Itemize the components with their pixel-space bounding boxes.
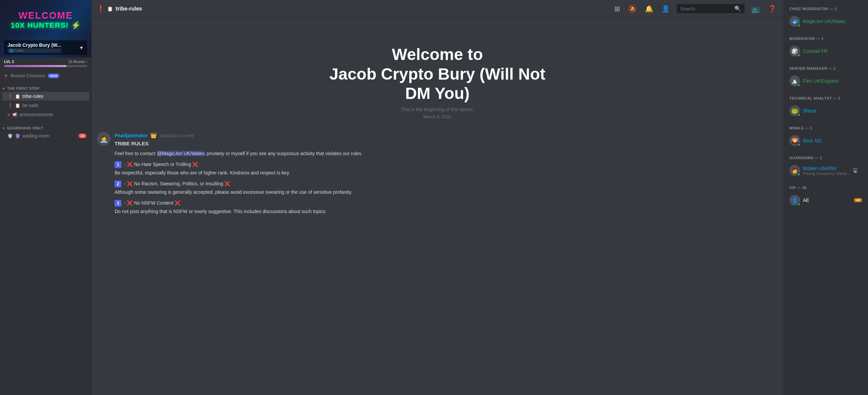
member-subtext-blizken: Playing Insurgency: Sands... xyxy=(803,171,850,175)
channel-name-label: tribe-rules xyxy=(22,93,76,99)
member-shirus[interactable]: 🐸 Shirus xyxy=(787,104,865,118)
channel-prefix-icon-2: 📋 xyxy=(15,103,20,108)
status-dot-shirus xyxy=(797,113,801,117)
status-dot-ae xyxy=(797,203,801,206)
message-pearljaminator: 🧑‍💼 Pearljaminator 👑 03/04/2021 4:19 PM … xyxy=(92,129,783,221)
rule-3-x-left: ❌ xyxy=(127,200,133,206)
message-text: TRIBE RULES Feel free to contact @MagicJ… xyxy=(115,140,778,215)
channel-header-prefix-icon: 📋 xyxy=(107,6,113,12)
mention-magicjon[interactable]: @MagicJon UK/Wales xyxy=(157,151,205,156)
main-content: ❗ 📋 tribe-rules ⊞ 🔕 🔔 👤 Search 🔍 📺 ❓ Wel… xyxy=(92,0,783,395)
member-ae[interactable]: 👤 AE VIP xyxy=(787,193,865,207)
server-dropdown-icon[interactable]: ▼ xyxy=(79,45,84,50)
member-avatar-blizken: 🧑 xyxy=(789,165,800,176)
channel-waiting-room[interactable]: 🛡️ 🔮 waiting-room 10 xyxy=(2,131,89,140)
channel-hash-icon: # xyxy=(7,112,10,117)
message-author-name[interactable]: Pearljaminator xyxy=(115,133,147,138)
message-timestamp: 03/04/2021 4:19 PM xyxy=(160,134,193,138)
rule-1-num: 1 xyxy=(115,161,121,168)
member-group-header-whale: WHALE — 1 xyxy=(787,125,865,131)
member-name-magicjon: MagicJon UK/Wales xyxy=(803,19,862,24)
status-dot-blizken xyxy=(797,173,801,176)
avatar-image: 🧑‍💼 xyxy=(97,132,111,146)
member-avatar-ae: 👤 xyxy=(789,195,800,206)
channel-header-alert-icon: ❗ xyxy=(97,5,104,13)
member-name-scul: ScuL NZ xyxy=(803,138,862,143)
rule-2-x-left: ❌ xyxy=(127,181,133,186)
member-cocktail[interactable]: 🎲 Cocktail FR xyxy=(787,44,865,58)
member-name-blizken: blizken USA/NV xyxy=(803,166,837,171)
right-sidebar: CHIEF MODERATOR — 1 🧢 MagicJon UK/Wales … xyxy=(783,0,868,395)
rule-1-line: 1 - ❌ No Hate Speech or Trolling ❌ xyxy=(115,161,778,168)
member-group-chief-mod: CHIEF MODERATOR — 1 🧢 MagicJon UK/Wales xyxy=(787,5,865,28)
member-blizken-info: blizken USA/NV Playing Insurgency: Sands… xyxy=(803,166,850,175)
server-name-bar[interactable]: Jacob Crypto Bury (W... 🌐 Public ▼ xyxy=(4,40,87,55)
member-magicjon[interactable]: 🧢 MagicJon UK/Wales xyxy=(787,14,865,28)
search-bar[interactable]: Search 🔍 xyxy=(677,4,745,13)
member-group-header-chief-mod: CHIEF MODERATOR — 1 xyxy=(787,5,865,12)
member-group-header-mod: MODERATOR — 1 xyxy=(787,35,865,42)
rule-2-num: 2 xyxy=(115,181,121,187)
member-group-header-tech-analyst: TECHNICAL ANALYST — 1 xyxy=(787,95,865,102)
browse-channels-label: Browse Channels xyxy=(11,73,45,78)
public-badge: 🌐 Public xyxy=(7,48,61,53)
member-flex[interactable]: 🏔️ Flex UK/England xyxy=(787,74,865,88)
member-avatar-scul: 🌄 xyxy=(789,135,800,146)
server-banner: WELCOME 10X HUNTERS! ⚡ xyxy=(0,10,91,30)
browse-channels-button[interactable]: ✦ Browse Channels NEW xyxy=(0,70,91,81)
rule-2-desc: Although some swearing is generally acce… xyxy=(115,189,778,196)
section-arrow: ▾ xyxy=(3,87,5,90)
member-group-header-vip: VIP — 26 xyxy=(787,184,865,191)
boost-info: LVL 3 15 Boosts › xyxy=(4,60,87,64)
section-header-guardians[interactable]: ▾ GUARDIANS ONLY xyxy=(0,126,91,131)
member-group-mod: MODERATOR — 1 🎲 Cocktail FR xyxy=(787,35,865,58)
mute-action-icon[interactable]: 🔕 xyxy=(627,3,638,14)
channel-be-safe[interactable]: ❗ 📋 be-safe xyxy=(2,101,89,110)
channel-prefix-icon-3: 📢 xyxy=(12,112,17,117)
channel-section-guardians: ▾ GUARDIANS ONLY 🛡️ 🔮 waiting-room 10 xyxy=(0,121,91,142)
tv-action-icon[interactable]: 📺 xyxy=(750,3,761,14)
message-avatar[interactable]: 🧑‍💼 xyxy=(97,132,111,146)
welcome-subtitle: This is the beginning of this server. xyxy=(98,107,776,112)
section-header-first-step[interactable]: ▾ THE FIRST STEP xyxy=(0,86,91,92)
channel-shield-icon: 🛡️ xyxy=(7,133,13,139)
rule-1-x-left: ❌ xyxy=(127,162,133,167)
help-action-icon[interactable]: ❓ xyxy=(767,3,778,14)
member-group-header-guardians: GUARDIANS — 1 xyxy=(787,154,865,161)
member-avatar-magicjon: 🧢 xyxy=(789,16,800,27)
rule-1-desc: Be respectful, especially those who are … xyxy=(115,169,778,176)
channel-section-first-step: ▾ THE FIRST STEP ❗ 📋 tribe-rules 👤+ ❗ 📋 … xyxy=(0,81,91,121)
status-dot-magicjon xyxy=(797,24,801,27)
rules-title: TRIBE RULES xyxy=(115,140,778,148)
messages-area: Welcome to Jacob Crypto Bury (Will Not D… xyxy=(92,18,783,395)
channel-announcements[interactable]: # 📢 announcements 👤+ xyxy=(2,110,89,119)
rule-3-x-right: ❌ xyxy=(175,200,180,206)
channel-alert-icon: ❗ xyxy=(7,94,13,99)
server-name: Jacob Crypto Bury (W... xyxy=(7,42,61,48)
welcome-section: Welcome to Jacob Crypto Bury (Will Not D… xyxy=(92,24,783,129)
status-dot-cocktail xyxy=(797,54,801,57)
server-header[interactable]: WELCOME 10X HUNTERS! ⚡ Jacob Crypto Bury… xyxy=(0,0,91,58)
channel-header: ❗ 📋 tribe-rules ⊞ 🔕 🔔 👤 Search 🔍 📺 ❓ xyxy=(92,0,783,18)
search-input[interactable]: Search xyxy=(680,6,732,12)
hash-icon: ✦ xyxy=(4,73,8,78)
hash-action-icon[interactable]: ⊞ xyxy=(613,3,622,14)
author-crown-badge: 👑 xyxy=(150,132,157,139)
channel-header-name: tribe-rules xyxy=(116,6,142,12)
section-label: THE FIRST STEP xyxy=(7,86,40,90)
person-action-icon[interactable]: 👤 xyxy=(660,3,671,14)
boost-bar: LVL 3 15 Boosts › xyxy=(0,58,91,70)
rule-2-x-right: ❌ xyxy=(224,181,230,186)
welcome-title: Welcome to Jacob Crypto Bury (Will Not D… xyxy=(98,45,776,103)
rule-3-line: 3 - ❌ No NSFW Content ❌ xyxy=(115,200,778,207)
bell-action-icon[interactable]: 🔔 xyxy=(644,3,655,14)
status-dot-scul xyxy=(797,143,801,146)
member-blizken[interactable]: 🧑 blizken USA/NV Playing Insurgency: San… xyxy=(787,163,865,178)
member-name-flex: Flex UK/England xyxy=(803,78,862,84)
member-scul[interactable]: 🌄 ScuL NZ xyxy=(787,133,865,148)
boost-progress-bar xyxy=(4,65,87,67)
boost-count[interactable]: 15 Boosts › xyxy=(68,60,87,64)
member-avatar-shirus: 🐸 xyxy=(789,105,800,116)
channel-name-label-4: waiting-room xyxy=(22,133,76,139)
channel-tribe-rules[interactable]: ❗ 📋 tribe-rules 👤+ xyxy=(2,92,89,101)
